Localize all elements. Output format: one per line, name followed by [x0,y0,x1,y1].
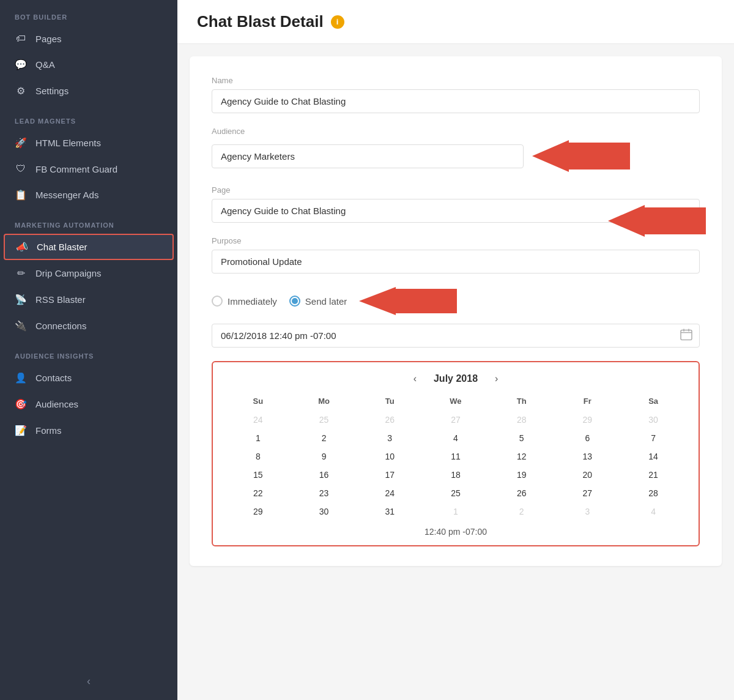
calendar-prev-button[interactable]: ‹ [409,372,421,385]
name-input[interactable] [212,89,700,113]
send-later-arrow-annotation [359,287,457,315]
calendar-day-cell[interactable]: 29 [225,502,291,521]
calendar-week-row: 15161718192021 [225,466,686,484]
calendar-day-header: Sa [620,394,686,411]
svg-marker-0 [532,140,630,172]
calendar-day-cell[interactable]: 24 [357,484,423,502]
sidebar-item-label: Audiences [35,399,78,409]
calendar-day-cell[interactable]: 23 [291,484,357,502]
calendar-day-cell[interactable]: 9 [291,447,357,466]
calendar-day-cell[interactable]: 2 [489,502,555,521]
calendar-day-cell[interactable]: 26 [489,484,555,502]
sidebar-item-label: Drip Campaigns [35,268,102,278]
send-later-radio-circle [289,296,300,307]
calendar-day-cell[interactable]: 17 [357,466,423,484]
immediately-radio-circle [212,296,223,307]
audience-field-group: Audience [212,127,700,172]
calendar-day-cell[interactable]: 19 [489,466,555,484]
sidebar-collapse-button[interactable]: ‹ [87,675,91,688]
calendar-month-year: July 2018 [434,373,478,384]
calendar-day-header: Fr [555,394,621,411]
calendar-day-cell[interactable]: 28 [489,411,555,429]
sidebar-item-label: Forms [35,425,62,436]
calendar-day-cell[interactable]: 20 [555,466,621,484]
immediately-label: Immediately [228,296,277,307]
calendar-day-cell[interactable]: 29 [555,411,621,429]
calendar-next-button[interactable]: › [490,372,503,385]
chat-blaster-icon: 📣 [16,241,28,253]
audience-arrow-annotation [532,140,630,172]
calendar-day-cell[interactable]: 10 [357,447,423,466]
calendar-day-cell[interactable]: 25 [423,484,489,502]
calendar-day-cell[interactable]: 22 [225,484,291,502]
calendar-day-cell[interactable]: 12 [489,447,555,466]
calendar-day-cell[interactable]: 24 [225,411,291,429]
calendar-day-cell[interactable]: 4 [620,502,686,521]
calendar-day-cell[interactable]: 27 [423,411,489,429]
sidebar-item-fb-comment-guard[interactable]: 🛡FB Comment Guard [0,156,177,182]
svg-marker-2 [359,287,457,315]
calendar-day-cell[interactable]: 6 [555,429,621,447]
calendar-day-cell[interactable]: 1 [423,502,489,521]
calendar-day-cell[interactable]: 3 [357,429,423,447]
calendar-toggle-button[interactable] [680,328,692,343]
calendar-day-cell[interactable]: 30 [291,502,357,521]
calendar-day-cell[interactable]: 30 [620,411,686,429]
sidebar-item-html-elements[interactable]: 🚀HTML Elements [0,130,177,156]
calendar-day-cell[interactable]: 28 [620,484,686,502]
calendar-day-cell[interactable]: 16 [291,466,357,484]
calendar-day-cell[interactable]: 31 [357,502,423,521]
sidebar-item-qna[interactable]: 💬Q&A [0,51,177,78]
calendar-day-cell[interactable]: 1 [225,429,291,447]
immediately-radio[interactable]: Immediately [212,296,277,307]
sidebar-item-chat-blaster[interactable]: 📣Chat Blaster [4,234,174,260]
calendar-body[interactable]: 2425262728293012345678910111213141516171… [225,411,686,521]
date-input[interactable] [212,324,700,348]
sidebar-item-label: Settings [35,86,69,96]
calendar-day-cell[interactable]: 15 [225,466,291,484]
send-timing-group: Immediately Send later [212,287,700,315]
calendar-day-header: Su [225,394,291,411]
sidebar-item-label: Messenger Ads [35,190,98,200]
calendar-day-cell[interactable]: 21 [620,466,686,484]
calendar-day-cell[interactable]: 8 [225,447,291,466]
calendar-day-cell[interactable]: 11 [423,447,489,466]
html-elements-icon: 🚀 [15,137,27,149]
sidebar-item-pages[interactable]: 🏷Pages [0,26,177,51]
audience-label: Audience [212,127,700,136]
calendar-grid: SuMoTuWeThFrSa 2425262728293012345678910… [225,394,686,521]
sidebar-section-label: AUDIENCE INSIGHTS [0,339,177,365]
calendar-day-cell[interactable]: 27 [555,484,621,502]
calendar-day-cell[interactable]: 3 [555,502,621,521]
forms-icon: 📝 [15,425,27,436]
sidebar-item-label: RSS Blaster [35,294,86,305]
sidebar-section-label: LEAD MAGNETS [0,104,177,130]
calendar-day-cell[interactable]: 26 [357,411,423,429]
info-icon[interactable]: i [331,15,344,29]
calendar-day-cell[interactable]: 14 [620,447,686,466]
calendar-day-cell[interactable]: 5 [489,429,555,447]
sidebar-item-contacts[interactable]: 👤Contacts [0,365,177,391]
fb-comment-guard-icon: 🛡 [15,163,27,174]
purpose-input[interactable] [212,250,700,274]
calendar-day-cell[interactable]: 4 [423,429,489,447]
sidebar-item-connections[interactable]: 🔌Connections [0,313,177,339]
sidebar-item-rss-blaster[interactable]: 📡RSS Blaster [0,286,177,313]
calendar-week-row: 24252627282930 [225,411,686,429]
sidebar-item-settings[interactable]: ⚙Settings [0,78,177,104]
audience-input[interactable] [212,144,524,168]
calendar-day-cell[interactable]: 18 [423,466,489,484]
sidebar-item-drip-campaigns[interactable]: ✏Drip Campaigns [0,260,177,286]
sidebar-item-audiences[interactable]: 🎯Audiences [0,391,177,417]
sidebar-item-messenger-ads[interactable]: 📋Messenger Ads [0,182,177,208]
sidebar-item-forms[interactable]: 📝Forms [0,417,177,444]
calendar-day-header: Tu [357,394,423,411]
calendar-day-header: We [423,394,489,411]
send-later-radio[interactable]: Send later [289,296,347,307]
calendar-day-cell[interactable]: 25 [291,411,357,429]
calendar-day-cell[interactable]: 13 [555,447,621,466]
calendar-day-cell[interactable]: 2 [291,429,357,447]
calendar-day-cell[interactable]: 7 [620,429,686,447]
calendar-days-header: SuMoTuWeThFrSa [225,394,686,411]
date-field-group [212,324,700,348]
